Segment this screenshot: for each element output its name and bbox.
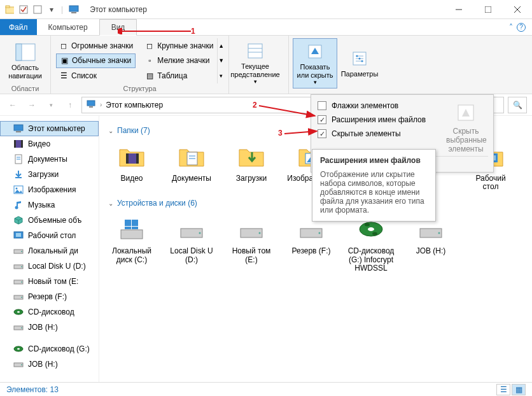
svg-point-32: [16, 188, 18, 190]
sidebar-item[interactable]: CD-дисковод (G:): [0, 341, 99, 357]
tooltip-body: Отображение или скрытие набора символов,…: [320, 170, 428, 215]
sidebar-item[interactable]: Резерв (F:): [0, 289, 99, 304]
close-button[interactable]: [503, 0, 532, 19]
options-icon: [349, 48, 370, 69]
current-view-icon: [245, 41, 265, 61]
svg-rect-26: [21, 140, 23, 148]
pc-icon: [86, 99, 96, 111]
minimize-button[interactable]: [444, 0, 473, 19]
sidebar-item[interactable]: Музыка: [0, 197, 99, 213]
sidebar-item[interactable]: JOB (H:): [0, 320, 99, 335]
gallery-more-icon[interactable]: ▾: [218, 73, 225, 79]
tab-file[interactable]: Файл: [0, 19, 37, 35]
qat-overflow-icon[interactable]: ▾: [47, 5, 56, 14]
svg-rect-64: [125, 227, 131, 229]
layout-large-icons[interactable]: ◻Крупные значки: [142, 39, 216, 52]
drive-item[interactable]: JOB (H:): [407, 214, 454, 272]
sidebar-item[interactable]: Документы: [0, 152, 99, 167]
svg-rect-7: [485, 6, 491, 13]
collapse-ribbon-icon[interactable]: ˄: [509, 23, 513, 32]
drive-item[interactable]: Резерв (F:): [288, 214, 335, 272]
back-button[interactable]: ←: [5, 97, 20, 113]
svg-rect-1: [6, 6, 10, 8]
icons-view-button[interactable]: ▦: [512, 384, 526, 395]
hide-selected-button[interactable]: Скрыть выбранные элементы: [444, 99, 488, 156]
sidebar-item[interactable]: Локальный ди: [0, 243, 99, 258]
sidebar-item[interactable]: JOB (H:): [0, 357, 99, 372]
drive-win-icon: [116, 214, 147, 244]
sidebar-item[interactable]: Local Disk U (D:): [0, 258, 99, 274]
current-view-button[interactable]: Текущее представление▾: [233, 38, 277, 87]
cube-icon: [13, 215, 24, 226]
dropdown-checkbox-item[interactable]: Расширения имен файлов: [316, 113, 444, 127]
folder-item[interactable]: Документы: [168, 141, 215, 191]
folder-item[interactable]: Видео: [108, 141, 155, 191]
sidebar-item[interactable]: Видео: [0, 136, 99, 152]
status-bar: Элементов: 13 ☰ ▦: [0, 382, 532, 396]
gallery-down-icon[interactable]: ▼: [218, 57, 225, 64]
checkbox-icon[interactable]: [318, 101, 326, 110]
svg-rect-23: [16, 131, 21, 132]
gallery-up-icon[interactable]: ▲: [218, 43, 225, 49]
layout-list[interactable]: ☰Список: [56, 69, 136, 82]
drives-grid: Локальный диск (C:)Local Disk U (D:)Новы…: [108, 214, 523, 272]
breadcrumb[interactable]: Этот компьютер: [106, 101, 163, 110]
pc-icon: [68, 4, 80, 15]
svg-rect-35: [16, 233, 21, 237]
dropdown-checkbox-item[interactable]: Флажки элементов: [316, 99, 444, 113]
svg-point-74: [365, 223, 370, 227]
search-input[interactable]: 🔍: [508, 97, 527, 113]
drive-item[interactable]: Локальный диск (C:): [108, 214, 155, 272]
qat-checkbox-icon[interactable]: [19, 5, 28, 14]
svg-rect-4: [69, 6, 78, 11]
sidebar-item[interactable]: CD-дисковод: [0, 304, 99, 320]
recent-dropdown-icon[interactable]: ▾: [43, 97, 59, 113]
drive-item[interactable]: Local Disk U (D:): [168, 214, 215, 272]
search-icon: 🔍: [513, 101, 522, 110]
tab-view[interactable]: Вид: [99, 19, 137, 36]
navigation-pane-icon: [15, 42, 36, 62]
chevron-right-icon[interactable]: ›: [100, 101, 102, 108]
sidebar-item[interactable]: Загрузки: [0, 167, 99, 182]
help-icon[interactable]: ?: [517, 23, 526, 32]
sidebar-item[interactable]: Новый том (E:: [0, 274, 99, 289]
navigation-pane-button[interactable]: Область навигации: [4, 38, 46, 83]
medium-icons-icon: ▣: [59, 55, 69, 66]
drive-icon: [176, 214, 207, 244]
folder-item[interactable]: Загрузки: [228, 141, 275, 191]
tab-computer[interactable]: Компьютер: [37, 19, 99, 35]
checkbox-icon[interactable]: [318, 115, 326, 124]
show-hide-button[interactable]: Показать или скрыть▾: [293, 38, 337, 88]
layout-huge-icons[interactable]: ◻Огромные значки: [56, 39, 136, 52]
svg-point-43: [21, 297, 22, 298]
svg-point-49: [17, 348, 20, 350]
sidebar-item[interactable]: Рабочий стол: [0, 228, 99, 243]
layout-medium-icons[interactable]: ▣Обычные значки: [56, 53, 136, 67]
svg-point-47: [21, 327, 22, 329]
forward-button[interactable]: →: [24, 97, 39, 113]
details-view-button[interactable]: ☰: [496, 384, 510, 395]
sidebar-item[interactable]: Этот компьютер: [0, 121, 99, 136]
maximize-button[interactable]: [473, 0, 503, 19]
layout-small-icons[interactable]: ▫Мелкие значки: [142, 53, 216, 67]
layout-gallery[interactable]: ◻Огромные значки ◻Крупные значки ▣Обычны…: [55, 38, 217, 83]
large-icons-icon: ◻: [144, 41, 155, 51]
desktop-icon: [13, 230, 24, 241]
dropdown-checkbox-item[interactable]: Скрытые элементы: [316, 127, 444, 141]
qat-dropdown-icon[interactable]: [33, 5, 42, 14]
ribbon-tabs: Файл Компьютер Вид ˄ ?: [0, 19, 532, 36]
navigation-sidebar: Этот компьютерВидеоДокументыЗагрузкиИзоб…: [0, 116, 99, 382]
checkbox-icon[interactable]: [318, 129, 326, 138]
layout-details[interactable]: ▤Таблица: [142, 69, 216, 82]
sidebar-item[interactable]: Объемные объ: [0, 213, 99, 228]
drive-icon: [13, 245, 24, 257]
drive-item[interactable]: Новый том (E:): [228, 214, 275, 272]
up-button[interactable]: ↑: [62, 97, 78, 113]
svg-point-17: [356, 55, 358, 57]
drive-icon: [13, 260, 24, 272]
drive-icon: [13, 291, 24, 302]
drive-item[interactable]: CD-дисковод (G:) Infocrypt HWDSSL: [347, 214, 395, 272]
options-button[interactable]: Параметры: [337, 38, 382, 88]
sidebar-item[interactable]: Изображения: [0, 182, 99, 197]
svg-point-51: [21, 364, 22, 365]
